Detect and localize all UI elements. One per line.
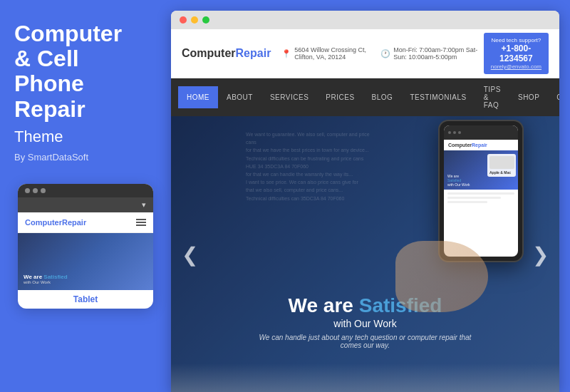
phone-screen-hero-text: We are Satisfied with Our Work — [447, 174, 470, 187]
phone-screen-hero: We are Satisfied with Our Work Apple & M… — [444, 150, 518, 190]
phone-in-hand: ComputerRepair We are Satisfied with Our… — [410, 120, 524, 291]
logo-repair-text: Repair — [236, 47, 271, 60]
tech-support-box: Need tech support? +1-800-1234567 norely… — [484, 33, 549, 74]
hero-prev-arrow[interactable]: ❮ — [182, 242, 198, 266]
top-info-left: ComputerRepair 📍 5604 Willow Crossing Ct… — [182, 46, 484, 61]
location-icon: 📍 — [281, 49, 291, 58]
title-line2: & Cell — [14, 46, 79, 71]
hero-with-work: with Our Work — [252, 318, 480, 329]
hours-info: 🕐 Mon-Fri: 7:00am-7:00pm Sat-Sun: 10:00a… — [380, 46, 484, 61]
hero-we-are: We are — [289, 294, 353, 316]
website-content: ComputerRepair 📍 5604 Willow Crossing Ct… — [171, 29, 559, 392]
phone-screen-topbar — [444, 125, 518, 140]
main-title: Computer & Cell Phone Repair — [14, 21, 157, 122]
mockup-hero: We are Satisfied with Our Work — [18, 233, 153, 290]
mockup-dot-3 — [41, 188, 46, 193]
top-info-bar: ComputerRepair 📍 5604 Willow Crossing Ct… — [171, 29, 559, 78]
nav-contact[interactable]: CONTACT — [548, 86, 559, 108]
nav-shop[interactable]: SHOP — [509, 86, 548, 108]
content-line-1 — [447, 192, 514, 195]
byline: By SmartDataSoft — [14, 152, 157, 163]
apple-mac-card: Apple & Mac — [487, 154, 516, 177]
tech-support-label: Need tech support? — [491, 37, 541, 43]
mockup-nav: ComputerRepair — [18, 212, 153, 233]
nav-tips-faq[interactable]: TIPS & FAQ — [475, 78, 509, 116]
nav-home[interactable]: HOME — [178, 86, 218, 108]
mockup-topbar — [18, 184, 153, 197]
clock-icon: 🕐 — [380, 49, 390, 58]
mockup-logo-computer: Computer — [25, 218, 62, 227]
nav-testimonials[interactable]: TESTIMONIALS — [401, 86, 475, 108]
browser-dot-green — [202, 16, 209, 24]
mockup-we-are: We are Satisfied — [24, 274, 68, 280]
content-line-3 — [447, 201, 487, 203]
mockup-satisfied: Satisfied — [43, 274, 67, 280]
address-info: 📍 5604 Willow Crossing Ct, Clifton, VA, … — [281, 46, 370, 61]
theme-subtitle: Theme — [14, 128, 157, 146]
phone-screen-dot3 — [458, 131, 461, 134]
phone-screen: ComputerRepair We are Satisfied with Our… — [444, 125, 518, 257]
phone-screen-dot2 — [453, 131, 456, 134]
logo-computer-text: Computer — [182, 47, 236, 60]
nav-prices[interactable]: PRICES — [317, 86, 363, 108]
browser-titlebar — [171, 11, 559, 29]
phone-screen-dot1 — [448, 131, 451, 134]
mockup-logo-repair: Repair — [62, 218, 86, 227]
nav-blog[interactable]: BLOG — [363, 86, 402, 108]
phone-number[interactable]: +1-800-1234567 — [491, 43, 542, 63]
email-link[interactable]: norely@envato.com — [491, 63, 542, 70]
title-line4: Repair — [14, 96, 86, 122]
mockup-dropdown-bar: ▾ — [18, 197, 153, 212]
hero-next-arrow[interactable]: ❯ — [532, 242, 549, 266]
left-panel: Computer & Cell Phone Repair Theme By Sm… — [0, 0, 171, 392]
content-line-2 — [447, 197, 501, 199]
browser-dot-red — [180, 16, 187, 24]
nav-services[interactable]: SERVICES — [261, 86, 317, 108]
phone-hero-with: with Our Work — [447, 182, 470, 187]
mockup-dot-2 — [33, 188, 38, 193]
phone-logo-repair: Repair — [472, 143, 487, 148]
title-line3: Phone — [14, 71, 84, 96]
phone-body: ComputerRepair We are Satisfied with Our… — [438, 120, 524, 262]
hours-text: Mon-Fri: 7:00am-7:00pm Sat-Sun: 10:00am-… — [393, 46, 484, 61]
apple-mac-label: Apple & Mac — [489, 170, 514, 175]
mockup-logo: ComputerRepair — [25, 218, 86, 227]
mockup-dot-1 — [25, 188, 30, 193]
site-logo: ComputerRepair — [182, 47, 271, 60]
mockup-dropdown-icon: ▾ — [142, 200, 146, 210]
mobile-mockup: ▾ ComputerRepair We are Satisfied with O… — [18, 184, 153, 309]
keyboard-hint — [171, 363, 559, 392]
main-nav: HOME ABOUT SERVICES PRICES BLOG TESTIMON… — [171, 78, 559, 116]
phone-screen-logo: ComputerRepair — [444, 140, 518, 150]
hand-shape — [395, 241, 488, 312]
phone-screen-mini-content — [444, 190, 518, 208]
mockup-tablet-label: Tablet — [18, 290, 153, 309]
mockup-hamburger-icon[interactable] — [136, 219, 146, 226]
mockup-with-work: with Our Work — [24, 280, 68, 284]
hero-section: We want to guarantee. We also sell, comp… — [171, 116, 559, 392]
apple-mac-image — [489, 156, 514, 169]
browser-window: ComputerRepair 📍 5604 Willow Crossing Ct… — [171, 11, 559, 392]
hero-description: We can handle just about any tech questi… — [252, 334, 480, 349]
nav-about[interactable]: ABOUT — [218, 86, 261, 108]
title-line1: Computer — [14, 21, 122, 46]
browser-dot-yellow — [191, 16, 198, 24]
mockup-hero-text: We are Satisfied with Our Work — [24, 274, 68, 284]
address-text: 5604 Willow Crossing Ct, Clifton, VA, 20… — [294, 46, 370, 61]
blurred-background-text: We want to guarantee. We also sell, comp… — [246, 130, 374, 202]
